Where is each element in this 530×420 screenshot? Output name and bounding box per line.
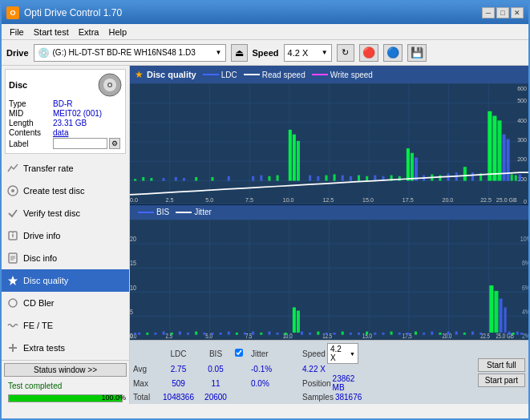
svg-text:7.5: 7.5 (245, 331, 252, 339)
content-header: ★ Disc quality LDC Read speed Write spee… (130, 66, 528, 83)
close-button[interactable]: ✕ (511, 7, 524, 18)
label-edit-button[interactable]: ⚙ (109, 138, 120, 149)
svg-rect-68 (195, 177, 197, 181)
maximize-button[interactable]: □ (496, 7, 509, 18)
svg-rect-65 (163, 178, 165, 180)
samples-area: Samples 381676 (302, 393, 358, 402)
save-button[interactable]: 💾 (407, 44, 427, 62)
length-label: Length (9, 119, 53, 127)
action-btn-2[interactable]: 🔵 (383, 44, 403, 62)
sidebar: Disc Type BD-R MID MEIT02 (001) (2, 66, 130, 404)
svg-text:5: 5 (130, 306, 133, 315)
label-input[interactable] (53, 138, 107, 149)
menu-file[interactable]: File (5, 26, 29, 38)
eject-button[interactable]: ⏏ (231, 44, 248, 62)
total-ldc: 1048366 (160, 393, 196, 402)
transfer-rate-icon (6, 162, 19, 175)
svg-rect-176 (366, 331, 368, 334)
svg-rect-148 (146, 332, 148, 334)
svg-point-14 (9, 299, 17, 307)
svg-rect-69 (211, 177, 213, 181)
svg-rect-173 (342, 331, 344, 334)
write-speed-legend-color (312, 74, 328, 75)
svg-rect-75 (260, 176, 262, 181)
fe-te-icon (6, 319, 19, 332)
svg-rect-198 (520, 332, 523, 334)
jitter-legend-label: Jitter (194, 208, 212, 216)
chart1-legend: LDC Read speed Write speed (203, 71, 373, 79)
svg-rect-180 (399, 332, 401, 334)
drive-bar: Drive 💿 (G:) HL-DT-ST BD-RE WH16NS48 1.D… (2, 40, 528, 66)
svg-rect-196 (512, 332, 515, 334)
checkbox-jitter[interactable] (235, 349, 248, 358)
ldc-chart-svg: 0 100 200 300 400 500 600 2X 4X 6X 8X 10… (130, 83, 528, 204)
contents-value[interactable]: data (53, 128, 68, 137)
drive-select[interactable]: 💿 (G:) HL-DT-ST BD-RE WH16NS48 1.D3 ▼ (34, 44, 226, 62)
drive-info-icon (6, 229, 19, 242)
fe-te-label: FE / TE (23, 321, 53, 330)
speed-select[interactable]: 4.2 X ▼ (284, 44, 332, 62)
jitter-checkbox[interactable] (235, 349, 243, 357)
svg-rect-164 (260, 332, 262, 334)
avg-label: Avg (133, 365, 157, 374)
ldc-legend-label: LDC (221, 71, 237, 79)
svg-text:15.0: 15.0 (362, 196, 374, 204)
bis-jitter-header: BIS Jitter (130, 205, 528, 220)
svg-rect-188 (494, 290, 498, 332)
start-part-button[interactable]: Start part (478, 374, 525, 387)
svg-rect-86 (374, 176, 376, 181)
drive-select-text: (G:) HL-DT-ST BD-RE WH16NS48 1.D3 (53, 48, 212, 57)
svg-rect-167 (285, 332, 287, 334)
svg-text:0: 0 (524, 198, 527, 204)
menu-help[interactable]: Help (103, 26, 131, 38)
svg-rect-101 (488, 111, 492, 181)
sidebar-item-transfer-rate[interactable]: Transfer rate (2, 157, 129, 180)
verify-test-disc-label: Verify test disc (23, 208, 80, 218)
sidebar-item-drive-info[interactable]: Drive info (2, 224, 129, 247)
svg-rect-154 (195, 331, 197, 334)
svg-rect-191 (455, 331, 458, 334)
mid-value: MEIT02 (001) (53, 109, 102, 118)
speed-label: Speed (253, 48, 279, 58)
read-speed-legend-label: Read speed (262, 71, 305, 79)
svg-rect-91 (411, 153, 414, 181)
svg-rect-105 (507, 139, 510, 180)
svg-rect-67 (183, 178, 185, 180)
svg-text:7.5: 7.5 (245, 196, 253, 204)
minimize-button[interactable]: ─ (482, 7, 495, 18)
svg-rect-64 (150, 178, 152, 180)
title-bar: O Opti Drive Control 1.70 ─ □ ✕ (2, 2, 528, 24)
speed-refresh-button[interactable]: ↻ (337, 44, 354, 62)
svg-rect-147 (138, 332, 140, 334)
menu-start-test[interactable]: Start test (29, 26, 74, 38)
status-window-button[interactable]: Status window >> (4, 363, 127, 377)
sidebar-item-disc-info[interactable]: Disc info (2, 247, 129, 269)
speed-area: Speed 4.2 X ▼ (302, 343, 358, 364)
svg-text:400: 400 (517, 116, 527, 124)
svg-text:600: 600 (517, 85, 527, 93)
sidebar-item-create-test-disc[interactable]: Create test disc (2, 180, 129, 202)
svg-rect-171 (325, 332, 327, 334)
sidebar-item-extra-tests[interactable]: Extra tests (2, 337, 129, 359)
svg-rect-149 (154, 332, 156, 334)
ldc-header: LDC (160, 349, 196, 358)
start-full-button[interactable]: Start full (478, 358, 525, 372)
create-test-disc-icon (6, 184, 19, 197)
sidebar-item-cd-bler[interactable]: CD Bler (2, 292, 129, 314)
svg-rect-92 (415, 158, 418, 181)
svg-text:4%: 4% (522, 306, 528, 315)
sidebar-item-disc-quality[interactable]: Disc quality (2, 269, 129, 292)
max-label: Max (133, 379, 157, 388)
menu-extra[interactable]: Extra (74, 26, 104, 38)
action-buttons: Start full Start part (478, 358, 525, 387)
extra-tests-icon (6, 341, 19, 354)
speed-stat-select[interactable]: 4.2 X ▼ (327, 343, 358, 364)
svg-rect-66 (175, 177, 177, 181)
svg-text:25.0 GB: 25.0 GB (496, 331, 513, 339)
sidebar-item-verify-test-disc[interactable]: Verify test disc (2, 202, 129, 224)
contents-label: Contents (9, 128, 53, 137)
action-btn-1[interactable]: 🔴 (359, 44, 378, 62)
svg-text:17.5: 17.5 (403, 196, 414, 204)
bis-header: BIS (200, 349, 232, 358)
sidebar-item-fe-te[interactable]: FE / TE (2, 314, 129, 337)
